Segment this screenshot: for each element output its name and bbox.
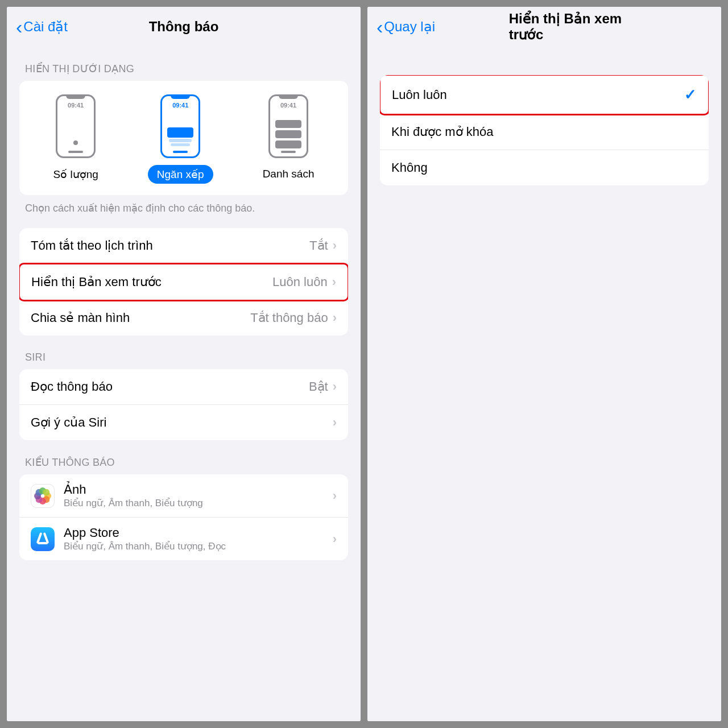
display-option-list[interactable]: 09:41 Danh sách	[254, 94, 324, 184]
item-label: Gợi ý của Siri	[31, 415, 106, 430]
page-title: Thông báo	[149, 19, 219, 35]
item-label: Tóm tắt theo lịch trình	[31, 238, 153, 253]
option-label: Số lượng	[44, 165, 107, 184]
item-label: Đọc thông báo	[31, 379, 113, 394]
app-name: Ảnh	[64, 482, 324, 497]
announce-notifications-item[interactable]: Đọc thông báo Bật ›	[19, 369, 348, 405]
option-always[interactable]: Luôn luôn ✓	[380, 75, 709, 115]
phone-count-icon: 09:41	[56, 94, 96, 158]
chevron-right-icon: ›	[333, 379, 337, 394]
siri-header: SIRI	[7, 336, 361, 369]
display-as-header: HIỂN THỊ DƯỚI DẠNG	[7, 47, 361, 81]
chevron-right-icon: ›	[333, 532, 337, 547]
apps-group: Ảnh Biểu ngữ, Âm thanh, Biểu tượng › App…	[19, 474, 348, 560]
app-subtitle: Biểu ngữ, Âm thanh, Biểu tượng	[64, 497, 324, 509]
item-label: Hiển thị Bản xem trước	[31, 275, 162, 289]
notifications-settings-screen: ‹ Cài đặt Thông báo HIỂN THỊ DƯỚI DẠNG 0…	[7, 7, 361, 721]
show-previews-screen: ‹ Quay lại Hiển thị Bản xem trước Luôn l…	[367, 7, 721, 721]
chevron-right-icon: ›	[333, 415, 337, 430]
item-label: Không	[391, 160, 428, 175]
appstore-icon	[31, 527, 55, 551]
app-subtitle: Biểu ngữ, Âm thanh, Biểu tượng, Đọc	[64, 540, 324, 552]
item-value: Tắt	[309, 238, 328, 253]
phone-stack-icon: 09:41	[160, 94, 200, 158]
item-value: Tắt thông báo	[250, 311, 328, 325]
show-previews-item[interactable]: Hiển thị Bản xem trước Luôn luôn ›	[19, 263, 348, 301]
app-appstore-item[interactable]: App Store Biểu ngữ, Âm thanh, Biểu tượng…	[19, 518, 348, 560]
option-unlocked[interactable]: Khi được mở khóa	[380, 114, 709, 150]
chevron-right-icon: ›	[333, 238, 337, 253]
chevron-left-icon: ‹	[16, 17, 22, 36]
back-label: Quay lại	[384, 19, 435, 35]
nav-bar: ‹ Cài đặt Thông báo	[7, 7, 361, 47]
screen-sharing-item[interactable]: Chia sẻ màn hình Tắt thông báo ›	[19, 300, 348, 336]
chevron-right-icon: ›	[333, 489, 337, 503]
notification-style-header: KIỂU THÔNG BÁO	[7, 440, 361, 474]
page-title: Hiển thị Bản xem trước	[509, 11, 651, 43]
back-button[interactable]: ‹ Cài đặt	[16, 17, 68, 36]
siri-suggestions-item[interactable]: Gợi ý của Siri ›	[19, 405, 348, 440]
back-label: Cài đặt	[23, 19, 68, 35]
display-options-card: 09:41 Số lượng 09:41 Ngăn xế	[19, 81, 348, 195]
chevron-left-icon: ‹	[377, 17, 383, 36]
display-option-count[interactable]: 09:41 Số lượng	[44, 94, 107, 184]
item-label: Khi được mở khóa	[391, 125, 493, 139]
nav-bar: ‹ Quay lại Hiển thị Bản xem trước	[367, 7, 721, 47]
scheduled-summary-item[interactable]: Tóm tắt theo lịch trình Tắt ›	[19, 228, 348, 264]
option-label: Ngăn xếp	[148, 165, 213, 184]
app-name: App Store	[64, 526, 324, 540]
app-photos-item[interactable]: Ảnh Biểu ngữ, Âm thanh, Biểu tượng ›	[19, 474, 348, 518]
siri-group: Đọc thông báo Bật › Gợi ý của Siri ›	[19, 369, 348, 440]
settings-group: Tóm tắt theo lịch trình Tắt › Hiển thị B…	[19, 228, 348, 336]
chevron-right-icon: ›	[333, 311, 337, 325]
item-value: Luôn luôn	[272, 275, 328, 289]
item-label: Chia sẻ màn hình	[31, 311, 130, 325]
option-label: Danh sách	[254, 165, 324, 183]
phone-list-icon: 09:41	[268, 94, 308, 158]
item-value: Bật	[309, 379, 328, 394]
chevron-right-icon: ›	[332, 275, 336, 289]
option-never[interactable]: Không	[380, 150, 709, 185]
item-label: Luôn luôn	[392, 88, 447, 102]
photos-icon	[31, 484, 55, 508]
preview-options-group: Luôn luôn ✓ Khi được mở khóa Không	[380, 75, 709, 185]
checkmark-icon: ✓	[684, 86, 697, 104]
back-button[interactable]: ‹ Quay lại	[377, 17, 435, 36]
display-option-stack[interactable]: 09:41 Ngăn xếp	[148, 94, 213, 184]
display-footer: Chọn cách xuất hiện mặc định cho các thô…	[7, 195, 361, 221]
